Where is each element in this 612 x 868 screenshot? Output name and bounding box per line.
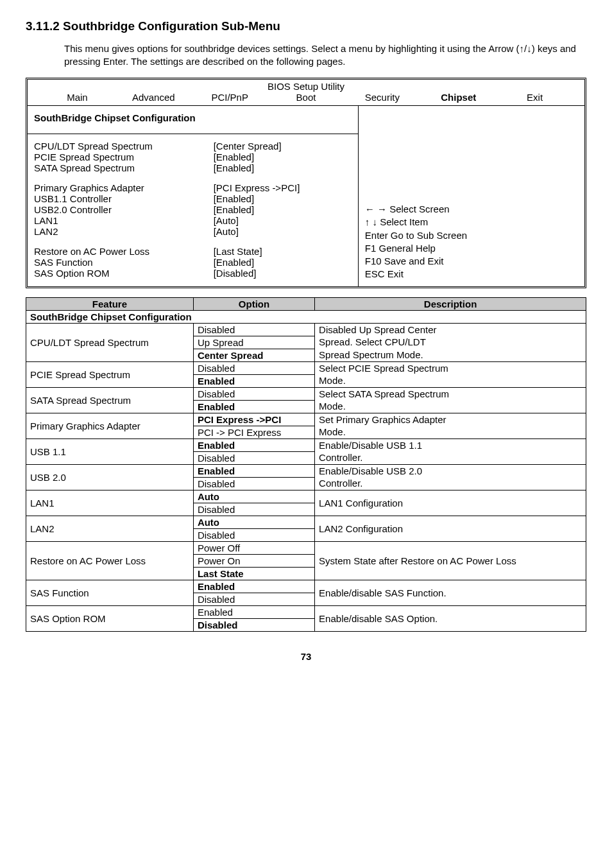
bios-setting-label: LAN2 — [34, 226, 214, 237]
description-cell: LAN2 Configuration — [315, 516, 586, 541]
bios-help-line: ↑ ↓ Select Item — [365, 216, 578, 229]
description-cell: LAN1 Configuration — [315, 490, 586, 516]
bios-setting-row[interactable]: USB2.0 Controller[Enabled] — [34, 204, 352, 215]
table-row: Restore on AC Power LossPower OffSystem … — [26, 541, 586, 554]
option-cell: PCI Express ->PCI — [193, 413, 314, 426]
bios-setting-label: PCIE Spread Spectrum — [34, 152, 214, 162]
bios-help-line: F10 Save and Exit — [365, 255, 578, 268]
option-cell: Enabled — [193, 374, 314, 387]
feature-cell: Primary Graphics Adapter — [26, 413, 194, 438]
feature-table: Feature Option Description SouthBridge C… — [26, 297, 586, 632]
section-heading: 3.11.2 Southbridge Configuration Sub-Men… — [26, 19, 586, 33]
bios-setting-value: [Enabled] — [214, 162, 352, 173]
option-cell: Disabled — [193, 528, 314, 541]
bios-setting-row[interactable]: USB1.1 Controller[Enabled] — [34, 193, 352, 204]
bios-setting-value: [Center Spread] — [214, 141, 352, 152]
bios-setting-row[interactable]: SAS Option ROM[Disabled] — [34, 268, 352, 279]
bios-title: BIOS Setup Utility — [28, 80, 584, 92]
bios-setting-value: [Enabled] — [214, 204, 352, 215]
bios-setting-label: Primary Graphics Adapter — [34, 182, 214, 193]
bios-setting-row[interactable]: SATA Spread Spectrum[Enabled] — [34, 162, 352, 173]
bios-setting-value: [Auto] — [214, 215, 352, 226]
intro-paragraph: This menu gives options for southbridge … — [64, 42, 586, 69]
bios-setting-value: [PCI Express ->PCI] — [214, 182, 352, 193]
bios-setting-label: LAN1 — [34, 215, 214, 226]
feature-cell: SAS Function — [26, 580, 194, 605]
bios-setting-label: USB2.0 Controller — [34, 204, 214, 215]
bios-setting-value: [Enabled] — [214, 152, 352, 162]
option-cell: Disabled — [193, 387, 314, 400]
bios-help-line: Enter Go to Sub Screen — [365, 229, 578, 242]
feature-cell: SAS Option ROM — [26, 605, 194, 631]
table-row: SAS Option ROMEnabledEnable/disable SAS … — [26, 605, 586, 618]
tab-main[interactable]: Main — [39, 92, 115, 103]
table-row: SATA Spread SpectrumDisabledSelect SATA … — [26, 387, 586, 400]
description-cell: Mode. — [315, 374, 586, 387]
bios-setting-label: CPU/LDT Spread Spectrum — [34, 141, 214, 152]
table-row: Primary Graphics AdapterPCI Express ->PC… — [26, 413, 586, 426]
bios-setting-row[interactable]: CPU/LDT Spread Spectrum[Center Spread] — [34, 141, 352, 152]
option-cell: Auto — [193, 516, 314, 528]
bios-setting-label: Restore on AC Power Loss — [34, 246, 214, 257]
col-description: Description — [315, 297, 586, 310]
description-cell: Controller. — [315, 451, 586, 464]
bios-setting-row[interactable]: LAN1[Auto] — [34, 215, 352, 226]
option-cell: Disabled — [193, 451, 314, 464]
description-cell: Select SATA Spread Spectrum — [315, 387, 586, 400]
feature-cell: LAN1 — [26, 490, 194, 516]
page-number: 73 — [26, 651, 586, 662]
feature-cell: SATA Spread Spectrum — [26, 387, 194, 413]
bios-setting-label: SAS Function — [34, 257, 214, 268]
bios-setting-row[interactable]: PCIE Spread Spectrum[Enabled] — [34, 152, 352, 162]
tab-security[interactable]: Security — [344, 92, 420, 103]
option-cell: Enabled — [193, 580, 314, 593]
option-cell: PCI -> PCI Express — [193, 426, 314, 438]
table-row: USB 2.0EnabledEnable/Disable USB 2.0 — [26, 464, 586, 477]
feature-cell: USB 1.1 — [26, 438, 194, 464]
col-feature: Feature — [26, 297, 194, 310]
tab-exit[interactable]: Exit — [497, 92, 573, 103]
description-cell: Mode. — [315, 400, 586, 413]
feature-cell: CPU/LDT Spread Spectrum — [26, 323, 194, 361]
description-cell: System State after Restore on AC Power L… — [315, 541, 586, 580]
bios-setting-value: [Last State] — [214, 246, 352, 257]
bios-setting-row[interactable]: Restore on AC Power Loss[Last State] — [34, 246, 352, 257]
option-cell: Enabled — [193, 605, 314, 618]
option-cell: Enabled — [193, 438, 314, 451]
bios-section-title: SouthBridge Chipset Configuration — [28, 106, 358, 134]
bios-setting-value: [Disabled] — [214, 268, 352, 279]
bios-setting-row[interactable]: LAN2[Auto] — [34, 226, 352, 237]
option-cell: Power Off — [193, 541, 314, 554]
description-cell: Enable/Disable USB 2.0 — [315, 464, 586, 477]
bios-help-line: ESC Exit — [365, 268, 578, 281]
option-cell: Power On — [193, 554, 314, 567]
tab-pcipnp[interactable]: PCI/PnP — [192, 92, 268, 103]
bios-tabs: Main Advanced PCI/PnP Boot Security Chip… — [28, 92, 584, 105]
description-cell: Disabled Up Spread Center — [315, 323, 586, 336]
description-cell: Enable/Disable USB 1.1 — [315, 438, 586, 451]
col-option: Option — [193, 297, 314, 310]
description-cell: Spread Spectrum Mode. — [315, 349, 586, 361]
description-cell: Controller. — [315, 477, 586, 490]
tab-chipset[interactable]: Chipset — [420, 92, 497, 103]
tab-advanced[interactable]: Advanced — [115, 92, 192, 103]
tab-boot[interactable]: Boot — [268, 92, 344, 103]
option-cell: Disabled — [193, 593, 314, 605]
option-cell: Enabled — [193, 464, 314, 477]
option-cell: Up Spread — [193, 336, 314, 349]
description-cell: Enable/disable SAS Option. — [315, 605, 586, 631]
option-cell: Disabled — [193, 361, 314, 374]
description-cell: Enable/disable SAS Function. — [315, 580, 586, 605]
option-cell: Disabled — [193, 323, 314, 336]
bios-setting-row[interactable]: Primary Graphics Adapter[PCI Express ->P… — [34, 182, 352, 193]
option-cell: Disabled — [193, 618, 314, 631]
table-section: SouthBridge Chipset Configuration — [26, 310, 586, 323]
description-cell: Spread. Select CPU/LDT — [315, 336, 586, 349]
bios-setting-label: SAS Option ROM — [34, 268, 214, 279]
option-cell: Auto — [193, 490, 314, 503]
bios-setting-value: [Enabled] — [214, 193, 352, 204]
bios-setting-row[interactable]: SAS Function[Enabled] — [34, 257, 352, 268]
bios-help-line: ← → Select Screen — [365, 203, 578, 216]
table-row: SAS FunctionEnabledEnable/disable SAS Fu… — [26, 580, 586, 593]
description-cell: Mode. — [315, 426, 586, 438]
